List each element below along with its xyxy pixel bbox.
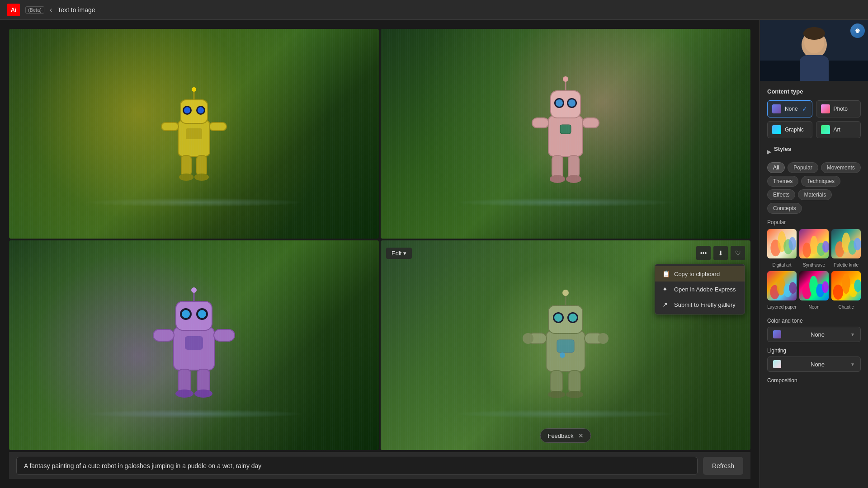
style-tab-techniques[interactable]: Techniques — [801, 176, 840, 187]
svg-point-84 — [789, 282, 797, 294]
style-layered-paper[interactable]: Layered paper — [767, 271, 797, 310]
composition-label: Composition — [767, 377, 861, 384]
composition-section: Composition — [767, 377, 861, 384]
svg-rect-39 — [214, 329, 235, 341]
lighting-value: None — [811, 361, 825, 368]
app-header: Ai (Beta) ‹ Text to image — [0, 0, 868, 20]
svg-point-43 — [194, 389, 212, 398]
back-button[interactable]: ‹ — [50, 6, 52, 14]
content-type-none[interactable]: None ✓ — [767, 100, 812, 117]
svg-rect-23 — [532, 118, 549, 128]
svg-point-73 — [802, 243, 811, 258]
svg-point-72 — [788, 237, 796, 251]
svg-rect-29 — [560, 125, 571, 134]
svg-rect-40 — [178, 369, 191, 393]
color-tone-dropdown[interactable]: None ▼ — [767, 327, 861, 342]
lighting-section: Lighting None ▼ — [767, 347, 861, 372]
lighting-dropdown[interactable]: None ▼ — [767, 357, 861, 372]
adobe-avatar: 🅐 — [850, 23, 865, 38]
style-tab-effects[interactable]: Effects — [767, 189, 795, 200]
style-thumb-synthwave — [799, 229, 829, 258]
refresh-button[interactable]: Refresh — [703, 457, 743, 475]
style-tab-popular[interactable]: Popular — [788, 162, 818, 173]
content-type-title: Content type — [767, 88, 861, 95]
page-title: Text to image — [57, 6, 95, 14]
content-type-art[interactable]: Art — [816, 121, 861, 138]
more-options-button[interactable]: ••• — [696, 246, 711, 260]
style-grid: Digital art Synthwave — [767, 229, 861, 310]
color-tone-value: None — [811, 331, 825, 338]
svg-point-13 — [194, 174, 209, 181]
copy-icon: 📋 — [662, 270, 670, 277]
content-icon-none — [772, 104, 781, 113]
styles-expand-icon[interactable]: ▶ — [767, 149, 771, 155]
style-thumb-neon — [799, 271, 829, 300]
sidebar-content: Content type None ✓ Photo Graphic Ar — [760, 81, 868, 488]
webcam-preview: 🅐 — [760, 20, 868, 81]
image-cell-yellow-robot[interactable] — [9, 29, 379, 239]
svg-point-48 — [554, 314, 562, 322]
style-chaotic[interactable]: Chaotic — [831, 271, 861, 310]
style-name-synthwave: Synthwave — [803, 263, 825, 267]
svg-rect-26 — [568, 155, 579, 178]
content-icon-art — [821, 125, 830, 134]
svg-point-7 — [192, 87, 196, 92]
right-sidebar: 🅐 Content type None ✓ Photo Graphic — [760, 20, 868, 488]
style-neon[interactable]: Neon — [799, 271, 829, 310]
svg-rect-38 — [153, 329, 174, 341]
robot-figure-pink — [381, 29, 750, 239]
image-grid: Edit ▾ ••• ⬇ ♡ 📋 Copy to clipboard — [9, 29, 750, 450]
svg-point-37 — [191, 287, 197, 293]
content-icon-photo — [821, 104, 830, 113]
download-button[interactable]: ⬇ — [713, 246, 728, 260]
image-cell-purple-robot[interactable] — [9, 240, 379, 450]
image-cell-pink-robot[interactable] — [381, 29, 750, 239]
style-tab-movements[interactable]: Movements — [821, 162, 861, 173]
express-icon: ✦ — [662, 286, 670, 293]
svg-point-50 — [569, 314, 577, 322]
copy-clipboard-item[interactable]: 📋 Copy to clipboard — [655, 266, 745, 282]
style-name-palette: Palette knife — [834, 263, 859, 267]
content-type-grid: None ✓ Photo Graphic Art — [767, 100, 861, 138]
open-express-item[interactable]: ✦ Open in Adobe Express — [655, 282, 745, 297]
style-tab-concepts[interactable]: Concepts — [767, 203, 802, 214]
adobe-logo-icon: Ai — [7, 4, 20, 16]
svg-point-90 — [842, 274, 850, 294]
lighting-icon — [773, 360, 781, 368]
lighting-label: Lighting — [767, 347, 861, 354]
main-layout: Edit ▾ ••• ⬇ ♡ 📋 Copy to clipboard — [0, 20, 868, 488]
style-tab-all[interactable]: All — [767, 162, 785, 173]
svg-rect-25 — [552, 155, 563, 178]
submit-gallery-item[interactable]: ↗ Submit to Firefly gallery — [655, 297, 745, 312]
color-tone-icon — [773, 330, 781, 338]
prompt-input[interactable] — [16, 457, 698, 475]
svg-point-52 — [562, 290, 569, 296]
style-palette-knife[interactable]: Palette knife — [831, 229, 861, 268]
style-tab-materials[interactable]: Materials — [798, 189, 832, 200]
style-synthwave[interactable]: Synthwave — [799, 229, 829, 268]
content-type-photo[interactable]: Photo — [816, 100, 861, 117]
feedback-toast: Feedback ✕ — [540, 428, 591, 443]
svg-rect-11 — [197, 155, 207, 176]
image-cell-green-robot[interactable]: Edit ▾ ••• ⬇ ♡ 📋 Copy to clipboard — [381, 240, 750, 450]
svg-rect-58 — [569, 371, 580, 393]
check-icon-none: ✓ — [802, 105, 807, 113]
style-thumb-chaotic — [831, 271, 861, 300]
svg-point-5 — [198, 107, 204, 113]
svg-rect-10 — [181, 155, 191, 176]
svg-rect-9 — [209, 122, 226, 131]
svg-point-42 — [175, 389, 193, 398]
feedback-close-button[interactable]: ✕ — [578, 432, 584, 439]
svg-rect-41 — [197, 369, 210, 393]
favorite-button[interactable]: ♡ — [731, 246, 745, 260]
edit-button[interactable]: Edit ▾ — [386, 248, 412, 259]
style-tabs: All Popular Movements Themes Techniques … — [767, 162, 861, 214]
svg-point-20 — [568, 99, 576, 107]
lighting-chevron-icon: ▼ — [850, 362, 855, 367]
styles-header: ▶ Styles — [767, 145, 861, 158]
style-digital-art[interactable]: Digital art — [767, 229, 797, 268]
style-name-digital: Digital art — [772, 263, 791, 267]
style-tab-themes[interactable]: Themes — [767, 176, 798, 187]
svg-point-22 — [563, 76, 568, 82]
content-type-graphic[interactable]: Graphic — [767, 121, 812, 138]
